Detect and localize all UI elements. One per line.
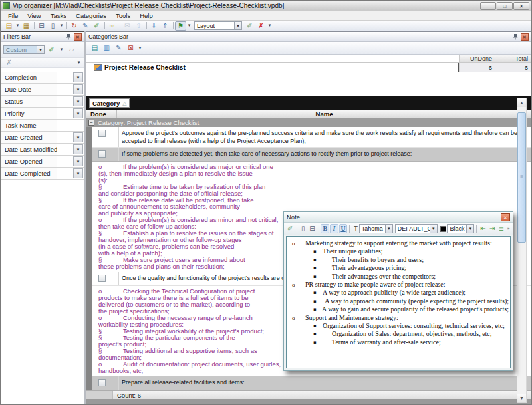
font-combo[interactable]: Tahoma [359,224,393,233]
print-preview-icon[interactable]: ▯ [47,21,59,31]
font-combo-arrow[interactable] [385,225,392,233]
delete-category-icon[interactable]: ⊠ [125,43,136,53]
minimize-button[interactable]: – [480,2,496,10]
filters-bar-close-icon[interactable]: ✕ [74,33,82,41]
note-tool-button[interactable] [348,224,351,233]
note-wand-icon[interactable]: ✐ [286,224,295,233]
note-tool-button[interactable] [475,224,478,233]
note-print-icon[interactable]: ⊟ [308,224,317,233]
eraser-icon[interactable]: ▱ [66,45,77,55]
task-row[interactable]: If some problems are detected yet, then … [92,148,531,162]
note-titlebar[interactable]: Note ✕ [284,212,513,223]
collapse-group-icon[interactable]: − [88,120,94,126]
email-icon[interactable]: ✉ [122,21,133,31]
char-style-combo-arrow[interactable] [430,225,437,233]
group-by-category-button[interactable]: Category △ [89,98,130,108]
edit-category-icon[interactable]: ✎ [113,43,124,53]
indent-decrease-icon[interactable]: ⇤ [479,224,487,233]
task-row[interactable]: Prepare all release-related facilities a… [92,376,531,390]
task-checkbox[interactable] [98,275,106,282]
collapse-all-icon[interactable]: ⇑ [160,21,171,31]
apply-filter-icon[interactable]: ✐ [46,45,57,55]
new-subcategory-icon[interactable]: ▥ [101,43,112,53]
task-checkbox[interactable] [98,150,106,158]
char-style-combo[interactable]: DEFAULT_CH [395,224,438,233]
column-name[interactable]: Name [117,110,531,118]
task-checkbox[interactable] [98,130,106,137]
indent-increase-icon[interactable]: ⇥ [488,224,497,233]
filter-dropdown-button[interactable] [73,144,83,154]
category-group-row[interactable]: − Category: Project Release Checklist [86,118,531,127]
filter-value-field[interactable] [57,156,72,167]
scroll-down-arrow[interactable]: ▼ [517,394,526,402]
color-combo[interactable]: Black [447,224,474,233]
categories-overflow-arrow[interactable]: ▾ [137,43,143,53]
note-close-icon[interactable]: ✕ [501,213,510,221]
preview-glasses-icon[interactable]: ∞ [106,21,118,31]
layout-overflow-arrow[interactable]: ▾ [267,21,273,31]
menu-item[interactable]: View [23,12,45,19]
save-icon[interactable]: ▦ [21,21,32,31]
filter-value-field[interactable] [57,144,72,155]
filter-dropdown-button[interactable] [73,168,83,178]
menu-item[interactable]: Tasks [46,12,71,19]
filters-overflow-arrow[interactable]: ▾ [76,58,82,67]
filter-value-field[interactable] [57,120,84,131]
categories-bar-close-icon[interactable]: ✕ [521,33,529,41]
filter-value-field[interactable] [57,168,72,179]
filter-dropdown-button[interactable] [73,108,83,118]
note-tool-button[interactable] [317,224,321,233]
custom-filter-combo[interactable]: Custom [3,45,45,54]
scrollbar-thumb[interactable] [517,112,526,243]
filter-dropdown-button[interactable] [73,96,83,106]
delete-layout-icon[interactable]: ✗ [255,21,267,31]
apply-layout-icon[interactable]: ✐ [244,21,255,31]
color-combo-arrow[interactable] [466,225,473,233]
pin-icon[interactable] [512,33,519,40]
layout-combo[interactable]: Layout [194,21,242,30]
apply-filter-arrow[interactable]: ▾ [59,45,65,55]
underline-button[interactable]: U [339,224,348,233]
vertical-scrollbar[interactable]: ▲ ▼ [517,98,527,403]
note-tool-button[interactable] [295,224,299,233]
format-brush-icon[interactable]: ✐ [91,21,102,31]
filter-dropdown-button[interactable] [73,72,83,82]
task-checkbox[interactable] [98,379,106,386]
filter-value-field[interactable] [57,108,72,119]
note-overflow-chevron[interactable]: » [506,224,511,233]
menu-item[interactable]: Tools [111,12,135,19]
clear-filter-icon[interactable]: ✗ [3,58,15,67]
italic-button[interactable]: I [330,224,338,233]
filter-dropdown-button[interactable] [73,132,83,142]
task-row[interactable]: Approve the project's outcomes against t… [92,127,531,148]
print-icon[interactable]: ⊟ [36,21,47,31]
note-page-icon[interactable]: ▯ [299,224,307,233]
maximize-button[interactable]: □ [497,2,513,10]
filter-dropdown-button[interactable] [73,156,83,166]
filter-value-field[interactable] [57,72,72,83]
filter-value-field[interactable] [57,84,72,95]
layout-flag-icon[interactable]: ⚑ [175,21,186,31]
new-category-icon[interactable]: ▤ [89,43,100,53]
custom-filter-combo-arrow[interactable] [37,46,44,53]
export-icon[interactable]: ⇧ [133,21,144,31]
scroll-up-arrow[interactable]: ▲ [517,98,526,107]
menu-item[interactable]: Help [135,12,158,19]
print-more-arrow[interactable]: ▾ [59,21,65,31]
filter-value-field[interactable] [57,96,72,107]
expand-all-icon[interactable]: ⇓ [148,21,160,31]
menu-item[interactable]: Categories [71,12,111,19]
filter-dropdown-button[interactable] [73,84,83,94]
note-content[interactable]: o Marketing strategy to support entering… [286,236,511,368]
bullet-list-icon[interactable]: ≣ [497,224,506,233]
edit-task-icon[interactable]: ✎ [80,21,91,31]
new-task-dropdown-arrow[interactable]: ▾ [15,21,21,31]
filter-value-field[interactable] [57,132,72,143]
pin-icon[interactable] [65,33,72,40]
column-undone[interactable]: UnDone [459,55,495,62]
column-total[interactable]: Total [495,55,531,62]
layout-combo-arrow[interactable] [234,22,241,29]
layout-flag-arrow[interactable]: ▾ [186,21,192,31]
column-done[interactable]: Done [86,110,117,118]
recycle-bin-icon[interactable]: ↻ [68,21,80,31]
